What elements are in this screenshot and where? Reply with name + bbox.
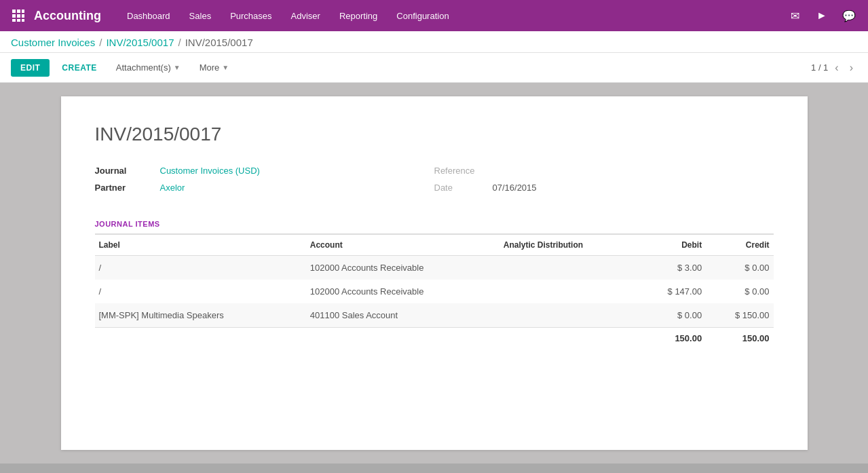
breadcrumb-bar: Customer Invoices / INV/2015/0017 / INV/…: [0, 31, 868, 53]
date-value: 07/16/2015: [493, 183, 537, 193]
attachments-caret: ▼: [174, 64, 181, 71]
row1-debit: $ 3.00: [639, 256, 706, 280]
svg-rect-2: [22, 10, 24, 13]
pager-prev[interactable]: ‹: [831, 60, 842, 75]
attachments-label: Attachment(s): [116, 62, 171, 73]
row1-label: /: [95, 256, 306, 280]
breadcrumb-parent[interactable]: Customer Invoices: [11, 37, 95, 48]
email-icon[interactable]: ✉: [784, 5, 806, 26]
row3-analytic: [499, 303, 639, 328]
breadcrumb-sep-2: /: [178, 37, 181, 48]
toolbar: EDIT CREATE Attachment(s) ▼ More ▼ 1 / 1…: [0, 53, 868, 83]
journal-items-table: Label Account Analytic Distribution Debi…: [95, 235, 774, 349]
col-label: Label: [95, 235, 306, 256]
totals-row: 150.00 150.00: [95, 328, 774, 349]
row2-label: /: [95, 280, 306, 303]
breadcrumb-sep-1: /: [99, 37, 102, 48]
col-credit: Credit: [706, 235, 773, 256]
journal-items-header: JOURNAL ITEMS: [95, 220, 774, 235]
journal-value[interactable]: Customer Invoices (USD): [160, 166, 260, 176]
breadcrumb-current: INV/2015/0017: [185, 37, 253, 48]
totals-spacer: [95, 328, 639, 349]
row3-label: [MM-SPK] Multimedia Speakers: [95, 303, 306, 328]
svg-rect-7: [17, 19, 20, 22]
partner-value[interactable]: Axelor: [160, 183, 185, 193]
field-reference: Reference: [434, 166, 774, 176]
field-date: Date 07/16/2015: [434, 183, 774, 193]
table-row: / 102000 Accounts Receivable $ 3.00 $ 0.…: [95, 256, 774, 280]
field-journal: Journal Customer Invoices (USD): [95, 166, 434, 176]
nav-reporting[interactable]: Reporting: [330, 0, 387, 31]
breadcrumb: Customer Invoices / INV/2015/0017 / INV/…: [11, 37, 857, 52]
breadcrumb-middle[interactable]: INV/2015/0017: [106, 37, 174, 48]
svg-rect-0: [12, 10, 16, 13]
journal-items-section: JOURNAL ITEMS Label Account Analytic Dis…: [95, 220, 774, 349]
pager: 1 / 1 ‹ ›: [811, 60, 857, 75]
edit-button[interactable]: EDIT: [11, 59, 50, 77]
top-nav: Dashboard Sales Purchases Adviser Report…: [117, 0, 784, 31]
svg-rect-5: [22, 14, 24, 18]
svg-rect-8: [22, 19, 24, 22]
row1-account: 102000 Accounts Receivable: [306, 256, 499, 280]
create-button[interactable]: CREATE: [55, 59, 103, 77]
row1-analytic: [499, 256, 639, 280]
row2-debit: $ 147.00: [639, 280, 706, 303]
main-area: INV/2015/0017 Journal Customer Invoices …: [0, 83, 868, 463]
row2-account: 102000 Accounts Receivable: [306, 280, 499, 303]
document: INV/2015/0017 Journal Customer Invoices …: [61, 96, 808, 450]
more-button[interactable]: More ▼: [193, 58, 236, 77]
nav-purchases[interactable]: Purchases: [221, 0, 281, 31]
table-row: [MM-SPK] Multimedia Speakers 401100 Sale…: [95, 303, 774, 328]
more-label: More: [200, 62, 220, 73]
total-debit: 150.00: [639, 328, 706, 349]
pager-next[interactable]: ›: [846, 60, 857, 75]
svg-rect-4: [17, 14, 20, 18]
chat-icon[interactable]: 💬: [838, 5, 860, 26]
attachments-button[interactable]: Attachment(s) ▼: [109, 58, 187, 77]
more-caret: ▼: [222, 64, 229, 71]
topbar-actions: ✉ ► 💬: [784, 5, 860, 26]
document-title: INV/2015/0017: [95, 124, 774, 145]
svg-rect-6: [12, 19, 16, 22]
share-icon[interactable]: ►: [811, 5, 833, 26]
date-label: Date: [434, 183, 482, 193]
app-brand: Accounting: [34, 9, 101, 23]
col-account: Account: [306, 235, 499, 256]
topbar: Accounting Dashboard Sales Purchases Adv…: [0, 0, 868, 31]
col-debit: Debit: [639, 235, 706, 256]
svg-rect-3: [12, 14, 16, 18]
fields-section: Journal Customer Invoices (USD) Partner …: [95, 166, 774, 200]
table-row: / 102000 Accounts Receivable $ 147.00 $ …: [95, 280, 774, 303]
col-analytic: Analytic Distribution: [499, 235, 639, 256]
row2-credit: $ 0.00: [706, 280, 773, 303]
nav-dashboard[interactable]: Dashboard: [117, 0, 180, 31]
pager-text: 1 / 1: [811, 62, 828, 73]
field-partner: Partner Axelor: [95, 183, 434, 193]
reference-label: Reference: [434, 166, 482, 176]
partner-label: Partner: [95, 183, 149, 193]
total-credit: 150.00: [706, 328, 773, 349]
row3-credit: $ 150.00: [706, 303, 773, 328]
nav-configuration[interactable]: Configuration: [387, 0, 458, 31]
nav-sales[interactable]: Sales: [180, 0, 221, 31]
svg-rect-1: [17, 10, 20, 13]
row3-debit: $ 0.00: [639, 303, 706, 328]
journal-label: Journal: [95, 166, 149, 176]
apps-icon[interactable]: [8, 5, 29, 26]
nav-adviser[interactable]: Adviser: [282, 0, 330, 31]
row3-account: 401100 Sales Account: [306, 303, 499, 328]
row2-analytic: [499, 280, 639, 303]
row1-credit: $ 0.00: [706, 256, 773, 280]
